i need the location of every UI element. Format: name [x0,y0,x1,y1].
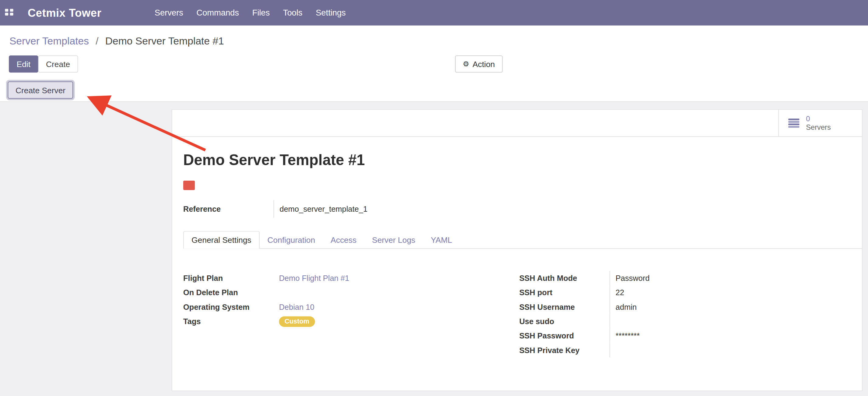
field-ssh-port: SSH port 22 [519,285,848,300]
breadcrumb-parent-link[interactable]: Server Templates [9,35,89,47]
apps-menu-icon[interactable] [5,9,14,17]
servers-count: 0 [806,115,831,123]
main-menu: Servers Commands Files Tools Settings [148,0,352,26]
menu-tools[interactable]: Tools [276,0,309,26]
servers-stat-text: 0 Servers [806,115,831,132]
field-group-left: Flight Plan Demo Flight Plan #1 On Delet… [183,271,507,329]
tags-label: Tags [183,317,279,326]
ssh-port-label: SSH port [519,288,609,297]
menu-settings[interactable]: Settings [309,0,352,26]
use-sudo-label: Use sudo [519,317,609,326]
ssh-auth-mode-value: Password [610,271,849,285]
field-use-sudo: Use sudo [519,314,848,329]
reference-label: Reference [183,200,273,218]
ssh-private-key-value [610,343,849,357]
menu-commands[interactable]: Commands [190,0,246,26]
gear-icon: ⚙ [463,60,469,67]
operating-system-value[interactable]: Debian 10 [279,303,314,311]
action-button-label: Action [473,60,495,68]
tag-custom: Custom [279,316,315,327]
app-window: Cetmix Tower Servers Commands Files Tool… [0,0,868,396]
tags-value: Custom [279,316,315,327]
field-ssh-username: SSH Username admin [519,300,848,314]
content-area: 0 Servers Demo Server Template #1 Refere… [0,102,868,396]
breadcrumb-separator: / [96,35,98,47]
ssh-username-label: SSH Username [519,303,609,311]
on-delete-plan-label: On Delete Plan [183,288,279,297]
color-swatch [183,181,195,190]
menu-files[interactable]: Files [246,0,276,26]
create-server-button[interactable]: Create Server [8,81,73,98]
field-on-delete-plan: On Delete Plan [183,285,507,300]
field-group-right: SSH Auth Mode Password SSH port 22 SSH U… [519,271,848,357]
flight-plan-label: Flight Plan [183,274,279,283]
record-sheet: 0 Servers Demo Server Template #1 Refere… [172,109,863,391]
action-button[interactable]: ⚙ Action [455,55,502,73]
field-ssh-auth-mode: SSH Auth Mode Password [519,271,848,285]
field-tags: Tags Custom [183,314,507,329]
ssh-password-label: SSH Password [519,332,609,340]
app-brand: Cetmix Tower [28,6,101,19]
field-operating-system: Operating System Debian 10 [183,300,507,314]
ssh-password-value: ******** [610,329,849,343]
ssh-private-key-label: SSH Private Key [519,346,609,355]
servers-label: Servers [806,123,831,131]
tab-yaml[interactable]: YAML [423,231,460,248]
button-box-divider [172,136,862,137]
use-sudo-value [610,314,849,329]
tab-access[interactable]: Access [323,231,364,248]
breadcrumb-current: Demo Server Template #1 [105,35,224,47]
reference-field: Reference demo_server_template_1 [183,200,401,218]
tab-configuration[interactable]: Configuration [259,231,323,248]
field-flight-plan: Flight Plan Demo Flight Plan #1 [183,271,507,285]
create-button[interactable]: Create [38,55,78,73]
operating-system-label: Operating System [183,303,279,311]
menu-servers[interactable]: Servers [148,0,190,26]
ssh-port-value: 22 [610,285,849,300]
breadcrumb: Server Templates / Demo Server Template … [9,35,224,47]
server-stack-icon [788,118,800,128]
field-ssh-password: SSH Password ******** [519,329,848,343]
notebook-tabs: General Settings Configuration Access Se… [183,231,862,249]
reference-value: demo_server_template_1 [274,200,401,218]
tab-general-settings[interactable]: General Settings [183,231,259,249]
flight-plan-value[interactable]: Demo Flight Plan #1 [279,274,349,283]
record-title: Demo Server Template #1 [183,152,365,169]
edit-button[interactable]: Edit [9,55,38,73]
top-navbar: Cetmix Tower Servers Commands Files Tool… [0,0,868,26]
field-ssh-private-key: SSH Private Key [519,343,848,357]
ssh-auth-mode-label: SSH Auth Mode [519,274,609,283]
servers-stat-button[interactable]: 0 Servers [778,110,862,136]
ssh-username-value: admin [610,300,849,314]
tab-server-logs[interactable]: Server Logs [364,231,423,248]
